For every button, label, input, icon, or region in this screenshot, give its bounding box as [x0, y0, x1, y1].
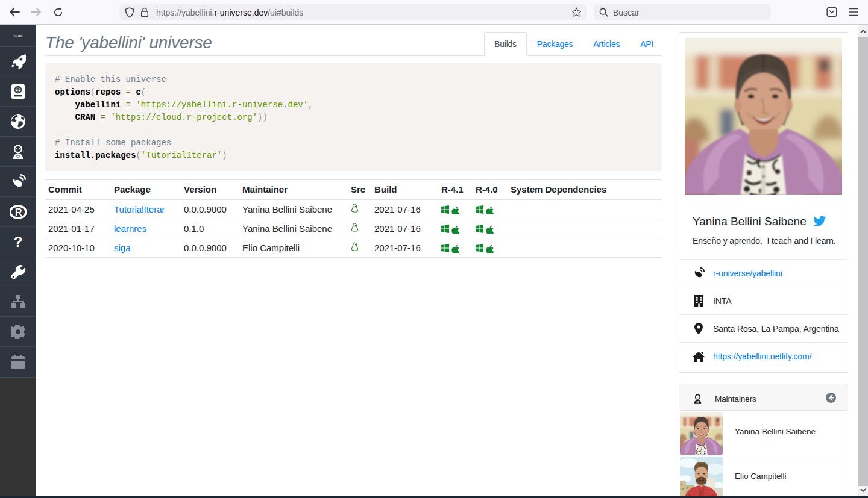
svg-text:R: R	[15, 207, 22, 217]
svg-text:r-uni: r-uni	[13, 33, 22, 38]
